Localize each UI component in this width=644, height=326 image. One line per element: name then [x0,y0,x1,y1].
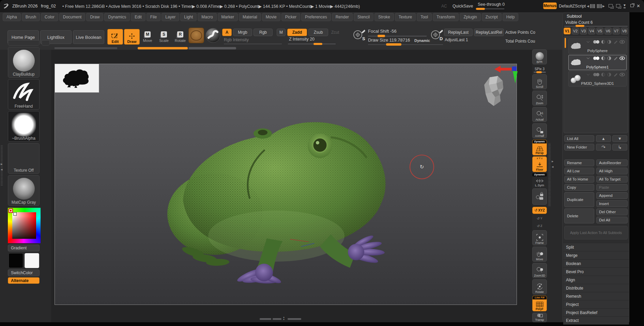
all-to-home-button[interactable]: All To Home [564,176,594,183]
extract-action[interactable]: Extract [563,316,629,325]
tick-strip-right-icon[interactable] [597,4,602,8]
tray-divider[interactable] [55,47,117,49]
main-color-swatch[interactable] [9,253,23,268]
replay-last-rel-button[interactable]: ReplayLastRel [474,29,504,36]
autoreorder-button[interactable]: AutoReorder [596,159,628,166]
stroke-flyout-icon[interactable]: S [352,28,367,43]
document-canvas[interactable]: ↻ [55,64,517,305]
m-button[interactable]: M [277,29,286,36]
sidebar-cut-item[interactable] [8,40,40,46]
alternate-button[interactable]: Alternate [8,277,40,284]
menu-help[interactable]: Help [503,13,519,21]
rotate-mode-button[interactable]: R Rotate [173,29,187,45]
menu-stroke[interactable]: Stroke [374,13,394,21]
zadd-button[interactable]: Zadd [287,29,307,36]
menu-light[interactable]: Light [180,13,197,21]
remesh-action[interactable]: Remesh [563,292,629,300]
move-3d-button[interactable]: Move [532,247,547,262]
menu-transform[interactable]: Transform [433,13,459,21]
boolean-action[interactable]: Boolean [563,259,629,267]
color-picker-sv-square[interactable] [12,212,36,239]
rotate-xyz-button[interactable]: ↺ XYZ [532,207,547,214]
panel-expand-icon[interactable]: ▶ [552,160,553,163]
draw-size-handle[interactable] [386,43,401,46]
stroke-selector[interactable]: FreeHand [8,79,40,110]
menu-draw[interactable]: Draw [86,13,103,21]
scroll-button[interactable]: Scroll [532,74,547,89]
visible-count-handle[interactable] [576,25,584,27]
adjust-last-slider[interactable]: AdjustLast 1 [445,37,468,42]
hscroll-up-icon[interactable]: ▲ [283,316,285,318]
subtool-up-button[interactable]: ▲ [596,135,611,142]
vtab-v4[interactable]: V4 [588,28,595,34]
draw-mode-button[interactable]: Draw [124,29,140,45]
menu-color[interactable]: Color [41,13,58,21]
subtool-list-scrollbar[interactable] [565,38,566,48]
subtool-item-polysphere[interactable]: PolySphere [568,38,627,54]
see-through-handle[interactable] [476,8,485,10]
insert-button[interactable]: Insert [596,200,628,207]
menu-tool[interactable]: Tool [417,13,432,21]
menu-stencil[interactable]: Stencil [354,13,373,21]
menu-document[interactable]: Document [59,13,86,21]
bpr-button[interactable]: BPR [532,49,547,64]
toolbar-scroll-track[interactable] [188,47,236,49]
floor-button[interactable]: x Y z Floor [532,156,547,172]
draw-size-slider[interactable]: Draw Size 119.78716 [368,37,410,43]
copy-button[interactable]: Copy [564,184,594,191]
frame-button[interactable]: Frame [532,230,547,245]
layout-prev-icon[interactable] [609,4,613,7]
see-through-slider[interactable]: See-through 0 [478,2,505,7]
menu-texture[interactable]: Texture [395,13,416,21]
collapse-right-icon[interactable]: ▶ [602,4,605,8]
append-button[interactable]: Append [596,192,628,199]
rotate-3d-button[interactable]: Rotate [532,279,547,294]
edit-mode-button[interactable]: Edit [107,29,123,45]
close-button[interactable]: ✕ [637,3,640,9]
hscroll-down-icon[interactable]: ▼ [283,319,285,321]
gradient-button[interactable]: Gradient [8,245,40,251]
subtool-item-icons[interactable] [585,40,625,44]
project-basrelief-action[interactable]: Project BasRelief [563,308,629,316]
toolbar-scroll-handle[interactable] [138,47,188,49]
focal-shift-slider[interactable]: Focal Shift -56 [368,29,397,34]
menu-brush[interactable]: Brush [22,13,40,21]
spix-track[interactable] [534,72,546,73]
duplicate-button[interactable]: Duplicate [564,192,594,207]
new-folder-button[interactable]: New Folder [564,144,594,151]
current-material-thumbnail[interactable] [205,28,221,43]
menu-picker[interactable]: Picker [281,13,300,21]
menu-render[interactable]: Render [332,13,353,21]
del-all-button[interactable]: Del All [596,217,628,223]
rotate-z-button[interactable]: ↺ Z [532,223,547,229]
delete-button[interactable]: Delete [564,208,594,223]
panel-collapse-icon[interactable]: ◀ [552,166,553,168]
draw-size-track[interactable] [368,44,443,45]
zsub-button[interactable]: Zsub [308,29,328,36]
camera-lock-button[interactable] [532,188,547,205]
material-selector[interactable]: MatCap Gray [8,175,40,206]
transp-button[interactable]: Transp [532,313,547,322]
list-all-button[interactable]: List All [564,135,594,142]
left-expand-icon[interactable]: ▶ [1,163,2,166]
move-mode-button[interactable]: M Move [140,29,155,45]
menu-dynamics[interactable]: Dynamics [104,13,130,21]
aahalf-button[interactable]: AAHalf [532,123,547,138]
menu-preferences[interactable]: Preferences [301,13,331,21]
menu-file[interactable]: File [147,13,160,21]
alpha-selector[interactable]: ~BrushAlpha [8,111,40,142]
visible-count-slider[interactable]: Visible Count 6 [565,20,593,25]
vtab-v8[interactable]: V8 [621,28,628,34]
vtab-v1[interactable]: V1 [564,28,571,34]
polyframe-button[interactable]: Line Fill PolyF [532,296,547,311]
rename-button[interactable]: Rename [564,159,594,166]
subtool-item-pm3d-sphere[interactable]: PM3D_Sphere3D1 [568,71,627,87]
menu-layer[interactable]: Layer [162,13,179,21]
hscroll-bar-2[interactable] [273,318,281,320]
rotate-y-button[interactable]: ↺ Y [532,215,547,221]
texture-selector[interactable]: Texture Off [8,143,40,174]
spix-slider[interactable]: SPix 3 [532,65,547,74]
color-picker[interactable] [8,208,41,243]
vtab-v3[interactable]: V3 [580,28,587,34]
vtab-v5[interactable]: V5 [596,28,603,34]
